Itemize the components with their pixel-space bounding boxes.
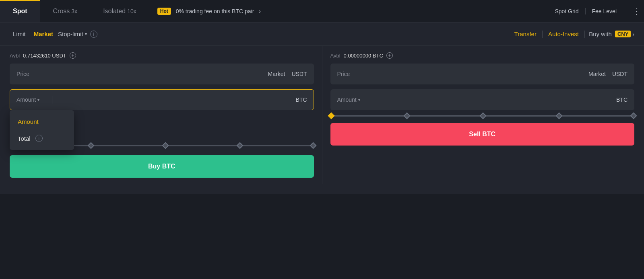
buy-price-currency: USDT [291,71,307,77]
dropdown-item-amount[interactable]: Amount [10,113,74,130]
transfer-btn[interactable]: Transfer [510,31,541,37]
sell-price-market-label: Market [588,71,606,77]
sell-avbl-label: Avbl [330,53,341,59]
buy-avbl-value: 0.71432610 USDT [23,53,66,59]
main-panels: Avbl 0.71432610 USDT + Price Market USDT… [0,46,644,194]
buy-with-link[interactable]: Buy with [586,31,615,37]
auto-invest-btn[interactable]: Auto-Invest [543,31,584,37]
buy-amount-wrapper: Amount ▾ BTC Amount Total i [10,89,314,110]
hot-badge: Hot [157,8,171,15]
sell-slider-dot-75[interactable] [556,113,563,119]
sell-slider-row [330,115,635,117]
order-type-row: Limit Market Stop-limit ▾ i [10,29,510,39]
order-info-icon[interactable]: i [90,31,97,38]
stop-limit-btn: Stop-limit [58,31,83,37]
buy-slider-dot-50[interactable] [162,142,169,149]
order-actions: Transfer | Auto-Invest | Buy with CNY › [510,29,634,39]
buy-amount-chevron-icon: ▾ [37,98,39,102]
sell-btc-btn[interactable]: Sell BTC [330,123,635,146]
buy-with-arrow-icon[interactable]: › [631,31,634,37]
stop-limit-wrapper[interactable]: Stop-limit ▾ [58,31,87,37]
buy-slider-dot-25[interactable] [88,142,95,149]
dropdown-item-total[interactable]: Total i [10,130,74,147]
buy-avbl-label: Avbl [10,53,20,59]
market-btn[interactable]: Market [31,29,56,39]
tab-spot[interactable]: Spot [0,0,40,22]
sell-slider-dot-50[interactable] [480,113,487,119]
sell-amount-currency: BTC [613,96,627,103]
cny-badge[interactable]: CNY [615,31,631,37]
sell-amount-input[interactable] [376,96,610,103]
buy-amount-currency: BTC [293,96,307,103]
buy-panel: Avbl 0.71432610 USDT + Price Market USDT… [10,46,322,184]
buy-slider-dot-100[interactable] [310,142,316,149]
tab-cross[interactable]: Cross 3x [40,0,91,22]
promo-area: Hot 0% trading fee on this BTC pair › [157,8,549,15]
sell-amount-dropdown-trigger[interactable]: Amount ▾ [337,96,369,103]
buy-btc-btn[interactable]: Buy BTC [10,155,314,178]
top-bar: Spot Cross 3x Isolated 10x Hot 0% tradin… [0,0,644,23]
buy-amount-input[interactable] [56,96,289,103]
sell-slider-track[interactable] [330,115,635,117]
buy-amount-dropdown: Amount Total i [10,110,74,150]
sell-amount-chevron-icon: ▾ [358,98,360,102]
buy-avbl-row: Avbl 0.71432610 USDT + [10,52,314,59]
tab-isolated[interactable]: Isolated 10x [90,0,149,22]
cross-multiplier: 3x [71,8,77,14]
buy-price-market-label: Market [268,71,285,77]
promo-text: 0% trading fee on this BTC pair [176,8,254,14]
sell-price-currency: USDT [612,71,627,77]
buy-price-input-row: Price Market USDT [10,64,314,84]
sell-avbl-value: 0.00000000 BTC [344,53,383,59]
sell-slider-dot-100[interactable] [630,113,637,119]
more-options-icon[interactable]: ⋮ [630,6,644,16]
sell-slider-dot-0[interactable] [328,113,334,119]
order-area: Limit Market Stop-limit ▾ i Transfer | A… [0,23,644,46]
fee-level-link[interactable]: Fee Level [586,8,623,14]
isolated-multiplier: 10x [127,8,136,14]
sell-price-label: Price [337,71,350,77]
sell-avbl-row: Avbl 0.00000000 BTC + [330,52,635,59]
stop-limit-chevron-icon: ▾ [85,32,87,36]
buy-slider-dot-75[interactable] [237,142,244,149]
buy-amount-label: Amount [17,96,36,103]
buy-amount-dropdown-trigger[interactable]: Amount ▾ [17,96,49,103]
buy-price-label: Price [17,71,29,77]
sell-add-funds-btn[interactable]: + [386,52,393,59]
sell-panel: Avbl 0.00000000 BTC + Price Market USDT … [322,46,635,184]
sell-amount-divider [373,96,373,104]
buy-amount-divider [52,96,52,104]
sell-price-input-row: Price Market USDT [330,64,635,84]
buy-add-funds-btn[interactable]: + [70,52,76,59]
top-bar-links: Spot Grid Fee Level [548,8,623,14]
buy-amount-input-row[interactable]: Amount ▾ BTC [10,89,314,110]
spot-grid-link[interactable]: Spot Grid [548,8,585,14]
limit-btn[interactable]: Limit [10,29,29,39]
sell-amount-input-row[interactable]: Amount ▾ BTC [330,89,635,110]
promo-arrow[interactable]: › [259,8,261,14]
sell-slider-dot-25[interactable] [404,113,411,119]
total-info-icon[interactable]: i [35,135,43,142]
sell-amount-label: Amount [337,96,357,103]
